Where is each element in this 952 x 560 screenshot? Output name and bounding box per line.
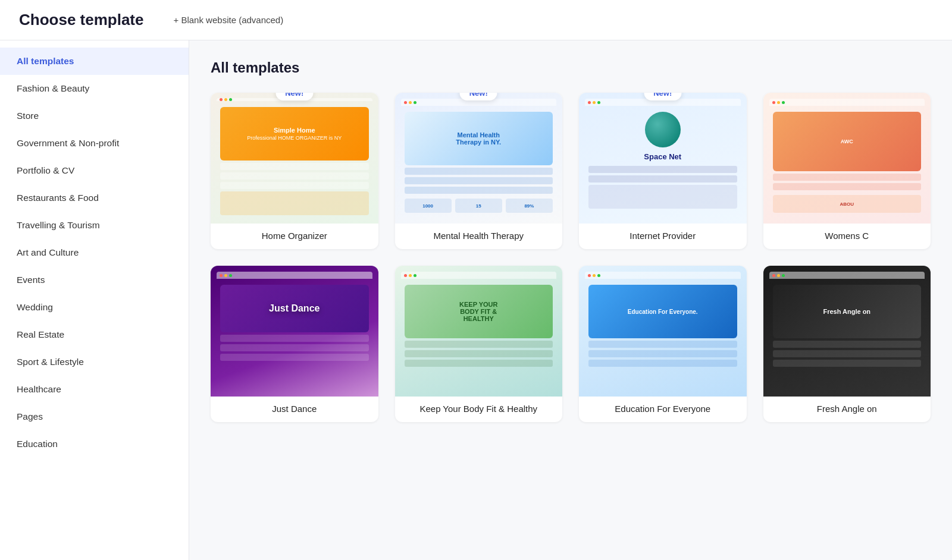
template-name-internet-provider: Internet Provider	[579, 224, 747, 249]
sidebar-item-healthcare[interactable]: Healthcare	[0, 376, 189, 403]
sidebar-item-wedding[interactable]: Wedding	[0, 294, 189, 321]
template-card-womens-c[interactable]: AWCABOUWomens C	[763, 93, 931, 249]
template-name-fresh-angle: Fresh Angle on	[763, 397, 931, 422]
sidebar-item-sport-lifestyle[interactable]: Sport & Lifestyle	[0, 348, 189, 376]
template-name-womens-c: Womens C	[763, 224, 931, 249]
header: Choose template + Blank website (advance…	[0, 0, 952, 40]
page-title: Choose template	[19, 11, 144, 29]
section-title: All templates	[211, 59, 931, 76]
template-grid: New!Simple HomeProfessional HOME ORGANIZ…	[211, 93, 931, 422]
template-name-mental-health: Mental Health Therapy	[395, 224, 563, 249]
template-preview-fitness: KEEP YOURBODY FIT &HEALTHY	[395, 266, 563, 397]
template-preview-education: Education For Everyone.	[579, 266, 747, 397]
template-card-mental-health[interactable]: New!Mental HealthTherapy in NY.10001589%…	[395, 93, 563, 249]
template-preview-mental-health: Mental HealthTherapy in NY.10001589%	[395, 93, 563, 224]
sidebar-item-travelling-tourism[interactable]: Travelling & Tourism	[0, 212, 189, 239]
sidebar-item-fashion-beauty[interactable]: Fashion & Beauty	[0, 75, 189, 102]
new-badge: New!	[644, 93, 681, 100]
sidebar-item-portfolio-cv[interactable]: Portfolio & CV	[0, 157, 189, 184]
template-card-internet-provider[interactable]: New!Space NetInternet Provider	[579, 93, 747, 249]
sidebar-item-real-estate[interactable]: Real Estate	[0, 321, 189, 348]
main-layout: All templatesFashion & BeautyStoreGovern…	[0, 40, 952, 560]
template-name-just-dance: Just Dance	[211, 397, 378, 422]
new-badge: New!	[275, 93, 313, 100]
sidebar-item-government-nonprofit[interactable]: Government & Non-profit	[0, 130, 189, 157]
template-card-home-organizer[interactable]: New!Simple HomeProfessional HOME ORGANIZ…	[211, 93, 378, 249]
sidebar-item-all-templates[interactable]: All templates	[0, 48, 189, 75]
sidebar-item-education[interactable]: Education	[0, 430, 189, 458]
template-preview-dance: Just Dance	[211, 266, 378, 397]
sidebar-item-pages[interactable]: Pages	[0, 403, 189, 430]
template-card-fresh-angle[interactable]: Fresh Angle onFresh Angle on	[763, 266, 931, 422]
template-preview-fresh: Fresh Angle on	[763, 266, 931, 397]
template-card-fitness[interactable]: KEEP YOURBODY FIT &HEALTHYKeep Your Body…	[395, 266, 563, 422]
new-badge: New!	[460, 93, 497, 100]
template-name-education-for-everyone: Education For Everyone	[579, 397, 747, 422]
template-card-just-dance[interactable]: Just DanceJust Dance	[211, 266, 378, 422]
template-preview-home-organizer: Simple HomeProfessional HOME ORGANIZER i…	[211, 93, 378, 224]
template-preview-womens: AWCABOU	[763, 93, 931, 224]
blank-website-button[interactable]: + Blank website (advanced)	[168, 11, 290, 29]
sidebar: All templatesFashion & BeautyStoreGovern…	[0, 40, 189, 560]
content-area: All templates New!Simple HomeProfessiona…	[189, 40, 952, 560]
sidebar-item-restaurants-food[interactable]: Restaurants & Food	[0, 184, 189, 212]
template-name-fitness: Keep Your Body Fit & Healthy	[395, 397, 563, 422]
template-card-education-for-everyone[interactable]: Education For Everyone.Education For Eve…	[579, 266, 747, 422]
sidebar-item-art-culture[interactable]: Art and Culture	[0, 239, 189, 266]
sidebar-item-store[interactable]: Store	[0, 102, 189, 130]
template-name-home-organizer: Home Organizer	[211, 224, 378, 249]
sidebar-item-events[interactable]: Events	[0, 266, 189, 294]
template-preview-internet: Space Net	[579, 93, 747, 224]
